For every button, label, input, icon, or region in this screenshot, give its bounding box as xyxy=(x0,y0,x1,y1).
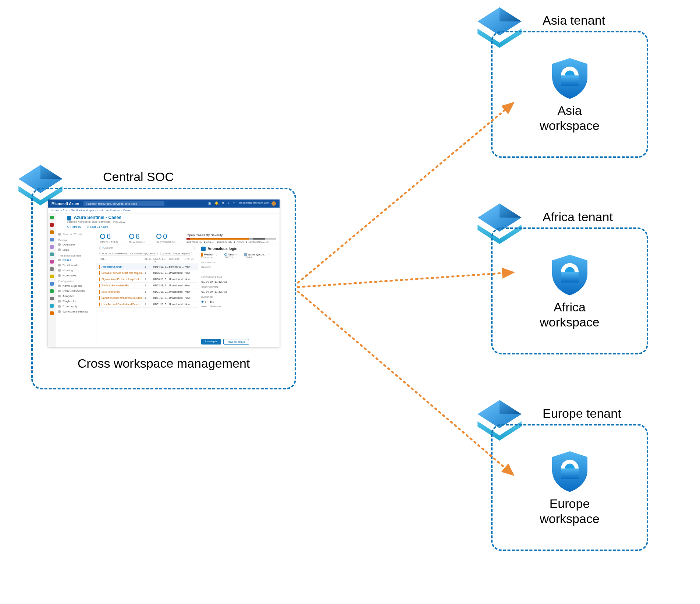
sidebar-item-icon xyxy=(58,259,61,261)
table-row[interactable]: Software: service ticket was requested10… xyxy=(96,270,198,276)
sentinel-dashboard: Microsoft Azure ▷ Search resources, serv… xyxy=(48,199,280,347)
sidebar-item-icon xyxy=(58,269,61,272)
view-full-details-button[interactable]: View full details xyxy=(223,339,249,345)
page-title: Azure Sentinel - Cases xyxy=(74,215,121,220)
svg-marker-19 xyxy=(500,400,522,414)
sidebar-item[interactable]: Cases xyxy=(58,258,94,262)
avatar[interactable] xyxy=(271,201,276,206)
settings-icon[interactable]: ⚙ xyxy=(221,201,224,206)
nav-rail-item[interactable] xyxy=(50,260,54,264)
table-cell: 1 xyxy=(145,278,153,280)
sidebar-item[interactable]: Overview xyxy=(58,243,94,247)
notifications-icon[interactable]: 🔔 xyxy=(214,201,218,206)
nav-rail-item[interactable] xyxy=(50,223,54,227)
table-header-cell[interactable]: CREATED TI... xyxy=(153,258,169,263)
table-cell: Unassigned xyxy=(169,290,185,293)
sidebar-item-icon xyxy=(58,248,61,251)
sidebar-item[interactable]: Notebooks xyxy=(58,273,94,278)
feedback-icon[interactable]: ☺ xyxy=(232,201,235,206)
table-row[interactable]: Traffic to known bad IPs101/02/19, 10:..… xyxy=(96,283,198,289)
filter-severity[interactable]: SEVERITY : Informational, Low, Medium, H… xyxy=(99,252,158,255)
refresh-button[interactable]: ↻ Refresh xyxy=(67,225,81,229)
sidebar-item[interactable]: Dashboards xyxy=(58,263,94,267)
sidebar-search[interactable]: Search (Ctrl+/) xyxy=(63,233,82,236)
table-cell: User Account Created and Deleted withi..… xyxy=(99,303,145,306)
table-cell: admin@contoso.c... xyxy=(169,265,185,268)
cloud-shell-icon[interactable]: ▣ xyxy=(208,201,212,206)
global-search[interactable]: ▷ Search resources, services, and docs xyxy=(83,201,164,206)
nav-rail-item[interactable] xyxy=(50,311,54,315)
sidebar-item-icon xyxy=(58,264,61,266)
sidebar-item[interactable]: News & guides xyxy=(58,284,94,288)
svg-rect-17 xyxy=(561,272,579,283)
table-cell: 01/06/19, 09:... xyxy=(153,278,169,280)
table-row[interactable]: Bandit encoded Windows executable f...10… xyxy=(96,295,198,301)
sidebar-item-label: Hunting xyxy=(63,269,73,272)
sentinel-sidebar: Search (Ctrl+/) GeneralOverviewLogsThrea… xyxy=(56,230,96,347)
sidebar-item[interactable]: Hunting xyxy=(58,268,94,272)
africa-workspace-label: Africaworkspace xyxy=(540,300,600,330)
investigate-button[interactable]: Investigate xyxy=(201,339,221,345)
nav-rail-item[interactable] xyxy=(50,297,54,300)
table-search-input[interactable]: 🔍 Search xyxy=(99,246,195,250)
table-header-cell[interactable]: ALER... xyxy=(145,258,153,263)
table-cell: 01/14/19, 11:... xyxy=(153,265,169,268)
sidebar-item[interactable]: Community xyxy=(58,304,94,308)
asia-tenant-box: Asiaworkspace xyxy=(491,31,648,158)
table-header-cell[interactable]: STATUS xyxy=(185,258,195,263)
table-row[interactable]: Signins from IPs that attempted to sign.… xyxy=(96,276,198,283)
table-row[interactable]: User Account Created and Deleted withi..… xyxy=(96,301,198,308)
nav-rail-item[interactable] xyxy=(50,267,54,271)
nav-rail-item[interactable] xyxy=(50,252,54,256)
detail-owner: admin@con... xyxy=(248,253,266,256)
sidebar-section-label: Configuration xyxy=(58,280,94,283)
detail-evidence-lbl: EVIDENCE xyxy=(201,296,277,298)
svg-line-25 xyxy=(298,103,513,283)
detail-reason-lbl: REASON xyxy=(201,266,277,268)
filter-status[interactable]: STATUS : New, In Progress xyxy=(160,252,192,255)
user-label[interactable]: ofir.sharaf@microsoft.com xyxy=(239,201,269,206)
sentinel-shield-icon xyxy=(548,252,592,297)
stat-prog-value: 0 xyxy=(163,232,167,241)
detail-severity-lbl: SEVERITY xyxy=(201,257,217,259)
sidebar-item[interactable]: Playbooks xyxy=(58,299,94,303)
sidebar-item[interactable]: Logs xyxy=(58,248,94,252)
sidebar-item-icon xyxy=(58,305,61,308)
table-cell: 01/01/19, 07:... xyxy=(153,297,169,299)
svg-marker-12 xyxy=(500,204,522,218)
nav-rail-item[interactable] xyxy=(50,289,54,293)
nav-rail-item[interactable] xyxy=(50,238,54,241)
table-row[interactable]: DNS tor proxies101/01/19, 07:...Unassign… xyxy=(96,289,198,295)
sidebar-item-label: Workspace settings xyxy=(63,310,88,313)
table-row[interactable]: Anomalous login101/14/19, 11:...admin@co… xyxy=(96,264,198,270)
nav-rail-item[interactable] xyxy=(50,304,54,308)
stat-open-cases: 6 OPEN CASES xyxy=(100,232,118,243)
central-soc-box: Microsoft Azure ▷ Search resources, serv… xyxy=(31,188,296,389)
sidebar-item-icon xyxy=(58,274,61,277)
table-cell: New xyxy=(185,265,195,268)
sidebar-item[interactable]: Workspace settings xyxy=(58,310,94,314)
azure-nav-rail xyxy=(48,213,56,347)
nav-rail-item[interactable] xyxy=(50,275,54,278)
table-cell: 01/01/19, 08:... xyxy=(153,303,169,305)
table-header-cell[interactable]: TITLE xyxy=(99,258,145,263)
sidebar-item[interactable]: Analytics xyxy=(58,294,94,298)
stat-prog-label: IN PROGRESS xyxy=(156,241,175,243)
detail-owner-lbl: OWNER xyxy=(244,256,270,258)
table-cell: Software: service ticket was requested xyxy=(99,271,145,275)
sentinel-shield-icon xyxy=(548,56,592,100)
sidebar-item-label: Notebooks xyxy=(63,274,77,277)
nav-rail-item[interactable] xyxy=(50,230,54,234)
detail-status-lbl: STATUS xyxy=(224,256,237,258)
table-cell: New xyxy=(185,284,195,287)
help-icon[interactable]: ? xyxy=(227,201,229,206)
nav-rail-item[interactable] xyxy=(50,282,54,286)
nav-rail-item[interactable] xyxy=(50,245,54,249)
table-cell: Unassigned xyxy=(169,272,185,274)
breadcrumb[interactable]: Home > Azure Sentinel workspaces > Azure… xyxy=(48,208,280,213)
table-header-cell[interactable]: OWNER xyxy=(169,258,185,263)
nav-rail-item[interactable] xyxy=(50,216,54,219)
time-range-button[interactable]: ⏱ Last 24 hours xyxy=(86,225,108,229)
table-cell: New xyxy=(185,303,195,305)
sidebar-item[interactable]: Data Connectors xyxy=(58,289,94,293)
